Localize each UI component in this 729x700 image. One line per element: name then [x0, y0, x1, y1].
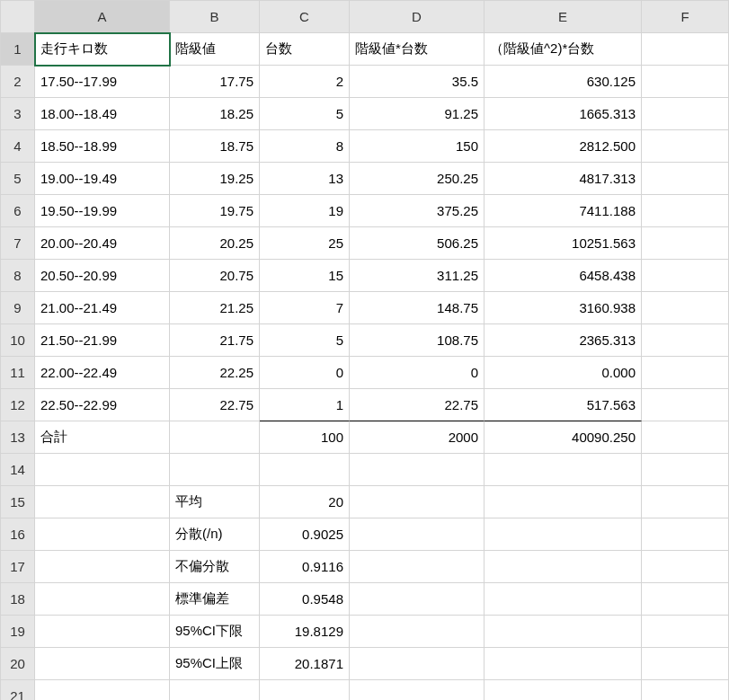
cell-E21[interactable] [485, 680, 642, 700]
cell-E10[interactable]: 2365.313 [485, 324, 642, 357]
cell-D19[interactable] [350, 616, 485, 648]
cell-B15[interactable]: 平均 [170, 486, 260, 518]
cell-A9[interactable]: 21.00--21.49 [35, 292, 170, 324]
cell-C5[interactable]: 13 [260, 163, 350, 195]
cell-C6[interactable]: 19 [260, 195, 350, 227]
cell-E14[interactable] [485, 454, 642, 486]
cell-C4[interactable]: 8 [260, 130, 350, 163]
cell-A14[interactable] [35, 454, 170, 486]
cell-D15[interactable] [350, 486, 485, 518]
cell-C10[interactable]: 5 [260, 324, 350, 357]
cell-F6[interactable] [642, 195, 729, 227]
row-header-3[interactable]: 3 [1, 98, 35, 130]
cell-D5[interactable]: 250.25 [350, 163, 485, 195]
cell-E6[interactable]: 7411.188 [485, 195, 642, 227]
cell-F16[interactable] [642, 518, 729, 551]
cell-A6[interactable]: 19.50--19.99 [35, 195, 170, 227]
cell-D2[interactable]: 35.5 [350, 66, 485, 98]
cell-A8[interactable]: 20.50--20.99 [35, 260, 170, 292]
row-header-7[interactable]: 7 [1, 227, 35, 260]
row-header-1[interactable]: 1 [1, 33, 35, 66]
col-header-A[interactable]: A [35, 1, 170, 33]
cell-E20[interactable] [485, 648, 642, 680]
cell-C16[interactable]: 0.9025 [260, 518, 350, 551]
row-header-5[interactable]: 5 [1, 163, 35, 195]
cell-E16[interactable] [485, 518, 642, 551]
cell-B17[interactable]: 不偏分散 [170, 551, 260, 583]
col-header-B[interactable]: B [170, 1, 260, 33]
cell-F4[interactable] [642, 130, 729, 163]
cell-E3[interactable]: 1665.313 [485, 98, 642, 130]
cell-B13[interactable] [170, 421, 260, 454]
cell-F9[interactable] [642, 292, 729, 324]
cell-A18[interactable] [35, 583, 170, 616]
cell-D7[interactable]: 506.25 [350, 227, 485, 260]
cell-B3[interactable]: 18.25 [170, 98, 260, 130]
cell-C13[interactable]: 100 [260, 421, 350, 454]
cell-B20[interactable]: 95%CI上限 [170, 648, 260, 680]
cell-F3[interactable] [642, 98, 729, 130]
cell-B11[interactable]: 22.25 [170, 357, 260, 389]
cell-D18[interactable] [350, 583, 485, 616]
row-header-16[interactable]: 16 [1, 518, 35, 551]
cell-E13[interactable]: 40090.250 [485, 421, 642, 454]
cell-F18[interactable] [642, 583, 729, 616]
cell-A17[interactable] [35, 551, 170, 583]
cell-B5[interactable]: 19.25 [170, 163, 260, 195]
cell-F12[interactable] [642, 389, 729, 421]
cell-C12[interactable]: 1 [260, 389, 350, 421]
cell-C18[interactable]: 0.9548 [260, 583, 350, 616]
select-all-corner[interactable] [1, 1, 35, 33]
cell-E15[interactable] [485, 486, 642, 518]
cell-E2[interactable]: 630.125 [485, 66, 642, 98]
cell-F20[interactable] [642, 648, 729, 680]
cell-C8[interactable]: 15 [260, 260, 350, 292]
cell-C19[interactable]: 19.8129 [260, 616, 350, 648]
cell-E17[interactable] [485, 551, 642, 583]
cell-F14[interactable] [642, 454, 729, 486]
col-header-C[interactable]: C [260, 1, 350, 33]
cell-D3[interactable]: 91.25 [350, 98, 485, 130]
row-header-19[interactable]: 19 [1, 616, 35, 648]
cell-A12[interactable]: 22.50--22.99 [35, 389, 170, 421]
cell-D9[interactable]: 148.75 [350, 292, 485, 324]
cell-A2[interactable]: 17.50--17.99 [35, 66, 170, 98]
row-header-11[interactable]: 11 [1, 357, 35, 389]
cell-C15[interactable]: 20 [260, 486, 350, 518]
cell-D1[interactable]: 階級値*台数 [350, 33, 485, 66]
cell-F7[interactable] [642, 227, 729, 260]
cell-A15[interactable] [35, 486, 170, 518]
row-header-6[interactable]: 6 [1, 195, 35, 227]
cell-A7[interactable]: 20.00--20.49 [35, 227, 170, 260]
cell-B4[interactable]: 18.75 [170, 130, 260, 163]
cell-F5[interactable] [642, 163, 729, 195]
row-header-17[interactable]: 17 [1, 551, 35, 583]
cell-D13[interactable]: 2000 [350, 421, 485, 454]
cell-E19[interactable] [485, 616, 642, 648]
cell-F8[interactable] [642, 260, 729, 292]
cell-B14[interactable] [170, 454, 260, 486]
cell-C3[interactable]: 5 [260, 98, 350, 130]
cell-F13[interactable] [642, 421, 729, 454]
cell-A1[interactable]: 走行キロ数 [35, 33, 170, 66]
cell-B12[interactable]: 22.75 [170, 389, 260, 421]
cell-E8[interactable]: 6458.438 [485, 260, 642, 292]
cell-D10[interactable]: 108.75 [350, 324, 485, 357]
cell-C14[interactable] [260, 454, 350, 486]
cell-B19[interactable]: 95%CI下限 [170, 616, 260, 648]
row-header-8[interactable]: 8 [1, 260, 35, 292]
cell-D6[interactable]: 375.25 [350, 195, 485, 227]
cell-C9[interactable]: 7 [260, 292, 350, 324]
cell-F10[interactable] [642, 324, 729, 357]
cell-C20[interactable]: 20.1871 [260, 648, 350, 680]
row-header-9[interactable]: 9 [1, 292, 35, 324]
cell-B2[interactable]: 17.75 [170, 66, 260, 98]
cell-E18[interactable] [485, 583, 642, 616]
cell-B18[interactable]: 標準偏差 [170, 583, 260, 616]
cell-B16[interactable]: 分散(/n) [170, 518, 260, 551]
row-header-2[interactable]: 2 [1, 66, 35, 98]
cell-D11[interactable]: 0 [350, 357, 485, 389]
cell-E12[interactable]: 517.563 [485, 389, 642, 421]
row-header-10[interactable]: 10 [1, 324, 35, 357]
row-header-20[interactable]: 20 [1, 648, 35, 680]
